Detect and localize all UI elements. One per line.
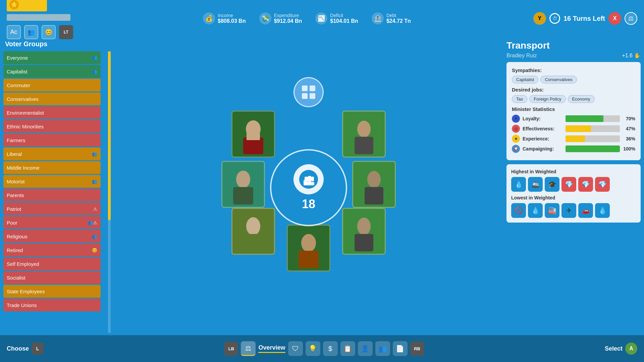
center-circle: 18 [270,149,347,226]
experience-pct: 36% [623,136,635,141]
weighted-section: Highest in Weighted 💧 🚢 🎓 💎 💎 💎 Lowest i… [506,164,641,223]
voter-item[interactable]: Motorist👥 [3,175,101,188]
icon-btn-c[interactable]: 😊 [42,25,56,39]
loyalty-pct: 70% [623,116,635,121]
highest-icon-3: 💎 [561,177,576,192]
rb-button[interactable]: RB [410,342,424,356]
tab-document[interactable]: 📄 [393,341,408,356]
svg-rect-19 [365,187,383,204]
svg-point-24 [248,219,258,232]
svg-rect-36 [311,177,314,181]
voter-item[interactable]: Retired😊 [3,244,101,256]
voter-item[interactable]: Liberal👥 [3,147,101,160]
minister-card-bot-center[interactable] [287,225,330,272]
voter-item[interactable]: Capitalist👥 [3,65,101,78]
desired-jobs-title: Desired jobs: [512,87,635,93]
deficit-value: $104.01 Bn [330,18,358,24]
tab-overview-icon[interactable]: ⚖ [241,341,256,356]
desired-jobs-tags: Tax Foreign Policy Economy [512,95,635,103]
voter-item[interactable]: Ethnic Minorities [3,120,101,133]
income-icon: 💰 [203,12,215,24]
svg-rect-31 [355,234,373,251]
minister-card-top-right[interactable] [342,111,386,158]
lowest-icon-4: 🚗 [578,203,593,218]
main-center: 18 [114,40,503,335]
tab-person[interactable]: 👤 [358,341,373,356]
scrollbar[interactable] [108,51,111,333]
highest-title: Highest in Weighted [511,169,636,174]
scroll-thumb[interactable] [108,51,111,220]
tab-people[interactable]: 👥 [375,341,390,356]
loyalty-track [566,115,620,122]
icon-btn-b[interactable]: 👥 [24,25,38,39]
voter-item[interactable]: Everyone👥 [3,51,101,64]
tab-clipboard[interactable]: 📋 [340,341,355,356]
minister-rating: +1.6 ✋ [622,52,641,59]
debt-stat: 🏦 Debt $24.72 Tn [372,12,411,24]
voter-item[interactable]: Socialist [3,271,101,284]
y-button[interactable]: Y [533,12,546,25]
fist-icon [293,164,324,194]
expenditure-stat: 💸 Expenditure $912.04 Bn [259,12,302,24]
experience-label: Experience: [523,136,563,141]
experience-fill [566,135,585,142]
minister-card-top-left[interactable] [231,111,275,158]
svg-rect-3 [310,93,315,99]
loyalty-label: Loyalty: [523,116,563,121]
sympathies-title: Sympathies: [512,67,635,73]
tab-lightbulb[interactable]: 💡 [306,341,320,356]
debt-value: $24.72 Tn [386,18,411,24]
sympathies-card: Sympathies: Capitalist Conservatives Des… [506,62,641,160]
tab-shield[interactable]: 🛡 [288,341,303,356]
voter-item[interactable]: Conservatives [3,93,101,105]
highest-icon-4: 💎 [578,177,593,192]
voter-item[interactable]: Poor👥⚠ [3,216,101,229]
minister-name: Bradley Ruiz [506,53,537,59]
highest-icon-2: 🎓 [545,177,559,192]
debt-label: Debt [386,13,411,18]
voter-list: Everyone👥Capitalist👥CommuterConservative… [3,51,111,333]
voter-item[interactable]: Commuter [3,79,101,92]
voter-item[interactable]: Patriot⚠ [3,202,101,215]
svg-rect-15 [233,187,253,204]
tab-dollar[interactable]: $ [323,341,338,356]
minister-card-bot-right[interactable] [342,208,386,255]
top-icons: Ac 👥 😊 LT [7,25,73,39]
balance-icon[interactable]: ⚖ [625,12,637,25]
voter-item[interactable]: Environmentalist [3,106,101,119]
minister-card-bot-left[interactable] [231,208,275,255]
svg-point-32 [359,220,369,232]
deficit-icon: 📉 [315,12,327,24]
svg-rect-8 [247,133,260,140]
bottom-bar: Choose L LB ⚖ Overview 🛡 💡 $ 📋 👤 👥 📄 RB … [0,335,644,362]
highest-icon-5: 💎 [595,177,610,192]
svg-point-20 [369,173,379,184]
lt-button[interactable]: LT [59,25,73,39]
svg-rect-35 [308,176,311,182]
voter-item[interactable]: Self Employed [3,257,101,270]
x-button[interactable]: X [608,12,621,25]
svg-point-16 [238,173,248,185]
lb-button[interactable]: LB [224,342,238,356]
icon-btn-a[interactable]: Ac [7,25,21,39]
logo-flag: ⭐ [7,0,47,11]
minister-card-mid-right[interactable] [352,161,396,208]
l-button[interactable]: L [32,343,44,355]
voter-item[interactable]: Middle Income [3,161,101,174]
minister-card-mid-left[interactable] [221,161,265,208]
voter-item[interactable]: State Employees [3,285,101,298]
turns-label: 16 Turns Left [564,15,605,22]
campaigning-fill [566,145,620,152]
stat-experience: ★ Experience: 36% [512,135,635,143]
campaigning-label: Campaigning: [523,146,563,152]
voter-item[interactable]: Trade Unions [3,299,101,311]
a-button[interactable]: A [625,343,637,355]
debt-icon: 🏦 [372,12,384,24]
minister-stats-title: Minister Statistics [512,106,635,112]
orbit-container: 18 [215,94,402,282]
voter-item[interactable]: Farmers [3,134,101,146]
voter-item[interactable]: Religious👥 [3,230,101,243]
income-stat: 💰 Income $808.03 Bn [203,12,246,24]
voter-item[interactable]: Parents [3,189,101,201]
lowest-icon-5: 💧 [595,203,610,218]
